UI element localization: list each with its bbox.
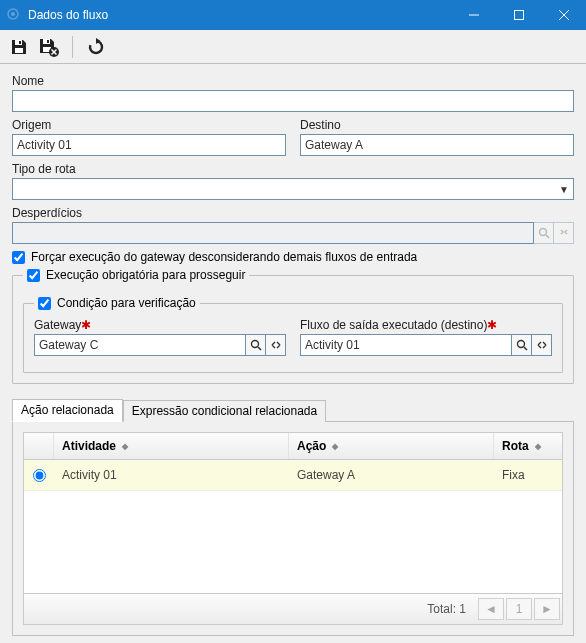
nome-input[interactable] [12, 90, 574, 112]
chevron-down-icon: ▼ [559, 184, 569, 195]
app-icon [6, 7, 22, 23]
forcar-checkbox[interactable] [12, 251, 25, 264]
pager-total: Total: 1 [427, 602, 466, 616]
svg-point-15 [539, 229, 546, 236]
maximize-button[interactable] [496, 0, 541, 30]
gateway-search-button[interactable] [246, 334, 266, 356]
table-row[interactable]: Activity 01 Gateway A Fixa [24, 460, 562, 491]
cond-verif-legend[interactable]: Condição para verificação [34, 296, 200, 310]
gateway-input[interactable] [34, 334, 246, 356]
exec-obrig-legend[interactable]: Execução obrigatória para prosseguir [23, 268, 249, 282]
svg-line-18 [258, 347, 261, 350]
cond-verif-checkbox[interactable] [38, 297, 51, 310]
content: Nome Origem Destino Tipo de rota ▼ Despe… [0, 64, 586, 643]
desperdicios-clear-button [554, 222, 574, 244]
cell-atividade: Activity 01 [54, 460, 289, 490]
fluxo-saida-clear-button[interactable] [532, 334, 552, 356]
col-acao-header[interactable]: Ação◆ [289, 433, 494, 459]
sort-icon: ◆ [122, 442, 128, 451]
origem-label: Origem [12, 118, 51, 132]
sort-icon: ◆ [535, 442, 541, 451]
tab-panel: Atividade◆ Ação◆ Rota◆ Activity 01 Gatew… [12, 421, 574, 636]
desperdicios-input[interactable] [12, 222, 534, 244]
fluxo-saida-label: Fluxo de saída executado (destino)✱ [300, 318, 497, 332]
col-select [24, 433, 54, 459]
svg-rect-11 [47, 40, 49, 43]
exec-obrig-label: Execução obrigatória para prosseguir [46, 268, 245, 282]
close-button[interactable] [541, 0, 586, 30]
related-action-table: Atividade◆ Ação◆ Rota◆ Activity 01 Gatew… [23, 432, 563, 625]
tipo-rota-label: Tipo de rota [12, 162, 76, 176]
pager-prev[interactable]: ◄ [478, 598, 504, 620]
toolbar [0, 30, 586, 64]
svg-line-16 [546, 235, 549, 238]
window-title: Dados do fluxo [28, 8, 451, 22]
save-close-button[interactable] [36, 34, 62, 60]
col-rota-header[interactable]: Rota◆ [494, 433, 562, 459]
destino-label: Destino [300, 118, 341, 132]
forcar-checkbox-row[interactable]: Forçar execução do gateway desconsideran… [12, 250, 574, 264]
minimize-button[interactable] [451, 0, 496, 30]
svg-point-1 [11, 12, 15, 16]
svg-rect-7 [15, 48, 23, 53]
table-body: Activity 01 Gateway A Fixa [23, 460, 563, 594]
pager: Total: 1 ◄ 1 ► [23, 594, 563, 625]
fluxo-saida-input[interactable] [300, 334, 512, 356]
desperdicios-search-button [534, 222, 554, 244]
svg-rect-3 [514, 11, 523, 20]
row-radio[interactable] [33, 469, 46, 482]
sort-icon: ◆ [332, 442, 338, 451]
toolbar-separator [72, 36, 73, 58]
save-button[interactable] [6, 34, 32, 60]
cell-acao: Gateway A [289, 460, 494, 490]
svg-point-19 [517, 341, 524, 348]
svg-line-20 [524, 347, 527, 350]
col-atividade-header[interactable]: Atividade◆ [54, 433, 289, 459]
tab-acao-relacionada[interactable]: Ação relacionada [12, 399, 123, 422]
fluxo-saida-search-button[interactable] [512, 334, 532, 356]
svg-point-17 [251, 341, 258, 348]
forcar-label: Forçar execução do gateway desconsideran… [31, 250, 417, 264]
cond-verif-label: Condição para verificação [57, 296, 196, 310]
pager-page[interactable]: 1 [506, 598, 532, 620]
tab-expressao-condicional[interactable]: Expressão condicional relacionada [123, 400, 326, 422]
gateway-label: Gateway✱ [34, 318, 91, 332]
cell-rota: Fixa [494, 460, 562, 490]
destino-input[interactable] [300, 134, 574, 156]
nome-label: Nome [12, 74, 44, 88]
titlebar: Dados do fluxo [0, 0, 586, 30]
desperdicios-label: Desperdícios [12, 206, 82, 220]
exec-obrig-checkbox[interactable] [27, 269, 40, 282]
pager-next[interactable]: ► [534, 598, 560, 620]
svg-rect-8 [19, 41, 21, 44]
tipo-rota-select[interactable]: ▼ [12, 178, 574, 200]
gateway-clear-button[interactable] [266, 334, 286, 356]
refresh-button[interactable] [83, 34, 109, 60]
cond-verif-fieldset: Condição para verificação Gateway✱ [23, 296, 563, 373]
exec-obrig-fieldset: Execução obrigatória para prosseguir Con… [12, 268, 574, 384]
origem-input[interactable] [12, 134, 286, 156]
tabs: Ação relacionada Expressão condicional r… [12, 398, 574, 636]
